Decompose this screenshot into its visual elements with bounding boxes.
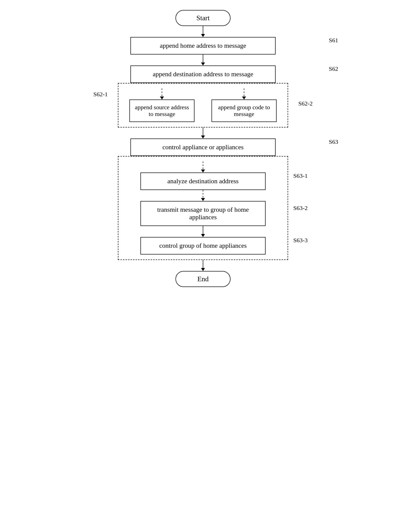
s61-row: append home address to message S61 [90, 37, 316, 54]
arrow-to-s63-2 [201, 190, 205, 201]
s62-2-box: append group code to message [212, 100, 277, 122]
s63-2-row: transmit message to group of home applia… [123, 190, 283, 226]
s63-1-box: analyze destination address [140, 172, 266, 190]
s61-label: S61 [329, 37, 338, 44]
arrow-to-s62-1 [160, 88, 164, 100]
s62-row: append destination address to message S6… [90, 66, 316, 83]
arrow-s62-s63 [201, 128, 205, 138]
s63-2-box: transmit message to group of home applia… [140, 201, 266, 226]
s62-label: S62 [329, 66, 338, 72]
arrow-s61-s62 [201, 54, 205, 66]
end-capsule: End [175, 271, 231, 287]
s62-1-col: append source address to message [123, 88, 200, 122]
start-capsule: Start [175, 10, 231, 26]
arrow-start-s61 [201, 26, 205, 37]
arrow-to-s63-3 [201, 226, 205, 237]
s63-1-row: analyze destination address S63-1 [123, 162, 283, 190]
s62-1-label: S62-1 [93, 91, 108, 98]
s62-2-col: append group code to message [206, 88, 283, 122]
s62-sub-row: append source address to message append … [123, 88, 283, 122]
s63-box: control appliance or appliances [130, 138, 276, 156]
s62-dashed-box: S62-1 S62-2 append source address to mes… [118, 83, 288, 128]
s62-2-label: S62-2 [298, 100, 313, 107]
s63-row: control appliance or appliances S63 [90, 138, 316, 156]
s62-box: append destination address to message [130, 66, 276, 83]
s62-1-box: append source address to message [129, 100, 194, 122]
s63-3-label: S63-3 [293, 237, 308, 244]
s63-1-label: S63-1 [293, 172, 308, 179]
flowchart: Start append home address to message S61… [90, 10, 316, 287]
s61-box: append home address to message [130, 37, 276, 54]
s63-3-box: control group of home appliances [140, 237, 266, 254]
s63-3-row: control group of home appliances S63-3 [123, 226, 283, 254]
s63-label: S63 [329, 138, 338, 145]
arrow-to-s62-2 [242, 88, 246, 100]
arrow-s63-end [201, 260, 205, 271]
arrow-to-s63-1 [201, 162, 205, 172]
s63-dashed-box: analyze destination address S63-1 transm… [118, 156, 288, 260]
s63-2-label: S63-2 [293, 205, 308, 212]
